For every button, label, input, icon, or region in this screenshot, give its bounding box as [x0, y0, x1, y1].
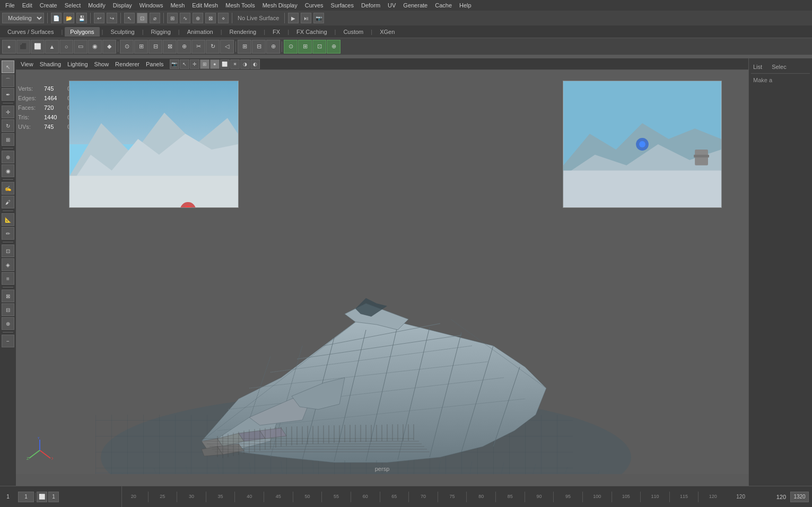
fps-indicator[interactable]: 1320 — [790, 492, 809, 502]
tab-custom[interactable]: Custom — [338, 27, 369, 37]
viewport-3d[interactable]: Verts: 745 0 Edges: 1464 0 0 Faces: 720 … — [16, 70, 748, 474]
torus-icon[interactable]: ○ — [59, 40, 73, 54]
boolean-icon[interactable]: ⊕ — [266, 40, 280, 54]
save-file-icon[interactable]: 💾 — [76, 13, 87, 23]
scale-tool[interactable]: ⊞ — [2, 133, 14, 146]
menu-mesh[interactable]: Mesh — [167, 1, 188, 10]
menu-generate[interactable]: Generate — [400, 1, 431, 10]
vp-icon-lighting[interactable]: ☀ — [230, 59, 240, 69]
bevel-icon[interactable]: ⊙ — [120, 40, 134, 54]
attr-editor-btn[interactable]: ⊟ — [2, 303, 14, 316]
separate-icon[interactable]: ⊟ — [252, 40, 266, 54]
measure-tool[interactable]: 📐 — [2, 213, 14, 226]
paint-sel-tool[interactable]: ✒ — [2, 88, 14, 101]
select-all-icon[interactable]: ⊡ — [137, 13, 147, 23]
paint-select-icon[interactable]: ⊡ — [312, 40, 326, 54]
cube-icon[interactable]: ⬛ — [16, 40, 30, 54]
sculpt-tool[interactable]: ✍ — [2, 182, 14, 195]
panel-list-label[interactable]: List — [751, 63, 764, 71]
sphere-icon[interactable]: ● — [2, 40, 16, 54]
rotate-tool[interactable]: ↻ — [2, 119, 14, 132]
outliner-btn[interactable]: ≡ — [2, 272, 14, 285]
vp-menu-view[interactable]: View — [18, 60, 36, 68]
mode-selector[interactable]: Modeling — [2, 13, 44, 23]
channel-box-btn[interactable]: ⊕ — [2, 317, 14, 330]
soft-select-icon[interactable]: ⊙ — [284, 40, 298, 54]
snap-grid-icon[interactable]: ⊞ — [167, 13, 178, 23]
quick-layout-btn[interactable]: ⊡ — [2, 244, 14, 257]
tab-sculpting[interactable]: Sculpting — [105, 27, 139, 37]
vp-menu-renderer[interactable]: Renderer — [112, 60, 142, 68]
vp-menu-lighting[interactable]: Lighting — [65, 60, 91, 68]
soft-mod-tool[interactable]: ◉ — [2, 164, 14, 177]
frame-input[interactable]: 1 — [18, 492, 34, 502]
extrude-icon[interactable]: ⊞ — [134, 40, 148, 54]
platonic-icon[interactable]: ◆ — [102, 40, 116, 54]
vp-menu-panels[interactable]: Panels — [143, 60, 167, 68]
annotation-tool[interactable]: ✏ — [2, 227, 14, 240]
misc-btn[interactable]: − — [2, 335, 14, 347]
spin-icon[interactable]: ↻ — [206, 40, 220, 54]
vp-menu-shading[interactable]: Shading — [37, 60, 64, 68]
redo-icon[interactable]: ↪ — [107, 13, 117, 23]
paint-tool[interactable]: 🖌 — [2, 196, 14, 208]
menu-select[interactable]: Select — [62, 1, 84, 10]
vp-menu-show[interactable]: Show — [92, 60, 112, 68]
menu-curves[interactable]: Curves — [302, 1, 327, 10]
menu-display[interactable]: Display — [110, 1, 135, 10]
frame-num2[interactable]: 1 — [48, 492, 59, 502]
menu-windows[interactable]: Windows — [136, 1, 167, 10]
tab-fx-caching[interactable]: FX Caching — [291, 27, 332, 37]
move-tool[interactable]: ✛ — [2, 106, 14, 118]
lasso-icon[interactable]: ⌀ — [150, 13, 160, 23]
wedge-icon[interactable]: ◁ — [220, 40, 234, 54]
snap-surface-icon[interactable]: ⋄ — [218, 13, 229, 23]
vp-icon-manip[interactable]: ✛ — [190, 59, 199, 69]
symmetry-icon[interactable]: ⊞ — [298, 40, 312, 54]
menu-mesh-tools[interactable]: Mesh Tools — [222, 1, 258, 10]
combine-icon[interactable]: ⊞ — [238, 40, 251, 54]
menu-mesh-display[interactable]: Mesh Display — [259, 1, 301, 10]
bridge-icon[interactable]: ⊟ — [149, 40, 162, 54]
tab-curves-surfaces[interactable]: Curves / Surfaces — [2, 27, 59, 37]
vp-icon-select[interactable]: ↖ — [180, 59, 189, 69]
menu-cache[interactable]: Cache — [432, 1, 455, 10]
new-file-icon[interactable]: 📄 — [51, 13, 62, 23]
vp-icon-shadow[interactable]: ◑ — [240, 59, 250, 69]
select-icon[interactable]: ↖ — [124, 13, 135, 23]
timeline-numbers[interactable]: 5 10 15 20 25 30 35 40 45 50 55 60 65 70… — [27, 492, 732, 502]
cone-icon[interactable]: ▲ — [45, 40, 59, 54]
hypershade-btn[interactable]: ◈ — [2, 258, 14, 271]
fill-hole-icon[interactable]: ⊠ — [163, 40, 177, 54]
tab-polygons[interactable]: Polygons — [65, 27, 99, 37]
plane-icon[interactable]: ▭ — [74, 40, 88, 54]
menu-edit[interactable]: Edit — [19, 1, 36, 10]
tab-rigging[interactable]: Rigging — [146, 27, 176, 37]
menu-edit-mesh[interactable]: Edit Mesh — [189, 1, 221, 10]
menu-surfaces[interactable]: Surfaces — [328, 1, 357, 10]
render-icon[interactable]: ▶ — [288, 13, 299, 23]
menu-deform[interactable]: Deform — [358, 1, 383, 10]
tab-animation[interactable]: Animation — [182, 27, 219, 37]
menu-help[interactable]: Help — [456, 1, 475, 10]
open-file-icon[interactable]: 📂 — [64, 13, 74, 23]
camera-icon[interactable]: 📷 — [313, 13, 324, 23]
tab-xgen[interactable]: XGen — [374, 27, 400, 37]
playblast-icon[interactable]: ⏯ — [301, 13, 311, 23]
frame-icon[interactable]: ⬜ — [37, 492, 47, 502]
vp-icon-texture[interactable]: ⬜ — [220, 59, 230, 69]
disk-icon[interactable]: ◉ — [88, 40, 102, 54]
menu-file[interactable]: File — [2, 1, 18, 10]
select-tool[interactable]: ↖ — [2, 60, 14, 73]
menu-create[interactable]: Create — [37, 1, 60, 10]
show-manip-tool[interactable]: ⊕ — [2, 151, 14, 163]
menu-uv[interactable]: UV — [385, 1, 399, 10]
append-icon[interactable]: ⊕ — [177, 40, 191, 54]
tweak-icon[interactable]: ⊕ — [327, 40, 340, 54]
vp-icon-shaded[interactable]: ● — [210, 59, 220, 69]
tab-fx[interactable]: FX — [267, 27, 285, 37]
transform-tool[interactable]: ⊠ — [2, 290, 14, 302]
lasso-tool[interactable]: ⌒ — [2, 74, 14, 87]
tab-rendering[interactable]: Rendering — [224, 27, 261, 37]
vp-icon-camera[interactable]: 📷 — [170, 59, 179, 69]
